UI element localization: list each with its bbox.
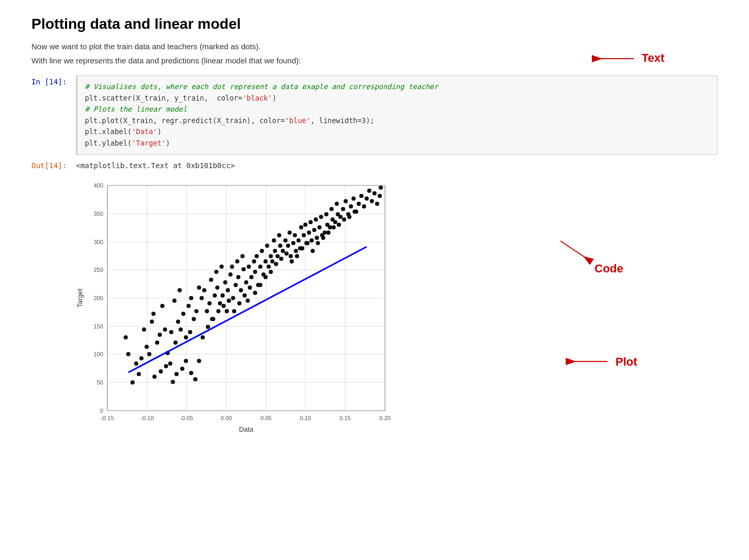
svg-point-92 — [278, 244, 282, 248]
svg-point-93 — [277, 233, 281, 237]
svg-point-29 — [150, 320, 154, 324]
svg-point-42 — [186, 304, 191, 308]
svg-point-56 — [215, 286, 219, 290]
svg-point-167 — [326, 230, 331, 235]
svg-point-172 — [353, 210, 357, 214]
svg-point-75 — [249, 275, 254, 279]
svg-point-157 — [274, 262, 278, 266]
svg-point-40 — [184, 335, 188, 339]
svg-point-112 — [315, 236, 319, 240]
svg-point-139 — [372, 191, 377, 195]
svg-point-54 — [213, 293, 217, 298]
svg-point-169 — [337, 223, 341, 227]
y-tick-350: 350 — [94, 211, 103, 217]
svg-point-99 — [291, 241, 295, 245]
svg-point-25 — [124, 335, 128, 339]
svg-point-141 — [378, 194, 382, 198]
svg-point-61 — [219, 265, 224, 269]
svg-point-88 — [270, 259, 274, 263]
svg-point-144 — [206, 325, 210, 329]
svg-point-69 — [239, 288, 243, 292]
svg-point-110 — [309, 220, 313, 224]
svg-point-22 — [139, 356, 144, 360]
plot-area: 0 50 100 150 200 250 300 350 400 -0.15 -… — [76, 175, 718, 437]
svg-point-67 — [230, 265, 234, 269]
svg-point-151 — [243, 293, 247, 298]
y-tick-50: 50 — [97, 379, 103, 386]
svg-point-108 — [307, 230, 311, 235]
svg-point-60 — [223, 280, 227, 284]
svg-point-134 — [359, 194, 364, 198]
svg-point-30 — [163, 327, 167, 332]
paragraph-2: With line we represents the data and pre… — [31, 56, 718, 65]
x-tick-3: 0.00 — [221, 415, 232, 421]
svg-point-26 — [142, 327, 146, 332]
svg-point-135 — [362, 204, 366, 208]
svg-point-46 — [194, 309, 199, 313]
text-block: Now we want to plot the train data and t… — [31, 42, 718, 65]
svg-point-102 — [296, 238, 301, 243]
svg-point-98 — [288, 230, 292, 235]
svg-point-59 — [221, 293, 225, 298]
svg-point-138 — [370, 199, 374, 203]
y-tick-300: 300 — [94, 239, 103, 245]
svg-point-109 — [310, 238, 314, 243]
svg-point-163 — [305, 241, 310, 245]
code-cell: In [14]: # Visualises dots, where each d… — [31, 75, 718, 155]
x-tick-2: -0.05 — [180, 415, 193, 421]
svg-point-168 — [332, 225, 336, 229]
svg-point-182 — [197, 359, 201, 363]
cell-out-label: Out[14]: — [31, 159, 71, 170]
x-tick-4: 0.05 — [260, 415, 271, 421]
svg-point-72 — [244, 280, 248, 284]
svg-point-114 — [317, 225, 322, 229]
svg-point-142 — [379, 185, 383, 190]
svg-point-34 — [173, 341, 178, 345]
y-axis-label: Target — [76, 288, 84, 308]
x-tick-0: -0.15 — [101, 415, 114, 421]
paragraph-1: Now we want to plot the train data and t… — [31, 42, 718, 51]
svg-point-130 — [349, 204, 353, 208]
svg-point-36 — [169, 330, 173, 334]
y-tick-200: 200 — [94, 295, 103, 301]
svg-point-74 — [247, 265, 251, 269]
y-tick-400: 400 — [94, 182, 103, 189]
svg-point-143 — [201, 335, 205, 339]
svg-point-51 — [207, 301, 212, 305]
y-tick-100: 100 — [94, 351, 103, 357]
svg-point-47 — [188, 330, 192, 334]
svg-point-39 — [181, 312, 185, 316]
x-tick-1: -0.10 — [140, 415, 153, 421]
x-axis-label: Data — [239, 425, 254, 433]
svg-point-166 — [321, 236, 325, 240]
svg-point-66 — [234, 283, 238, 287]
svg-point-19 — [137, 372, 141, 376]
svg-point-24 — [147, 352, 151, 356]
code-box[interactable]: # Visualises dots, where each dot repres… — [76, 75, 718, 155]
x-tick-7: 0.20 — [379, 415, 390, 421]
svg-point-160 — [290, 259, 294, 263]
svg-point-176 — [171, 380, 175, 384]
svg-point-101 — [293, 233, 297, 237]
svg-point-107 — [303, 223, 307, 227]
svg-point-58 — [214, 270, 218, 274]
svg-point-91 — [276, 254, 280, 258]
svg-point-90 — [272, 238, 276, 243]
svg-point-76 — [246, 299, 250, 303]
y-tick-150: 150 — [94, 323, 103, 330]
svg-point-137 — [367, 189, 371, 193]
svg-point-27 — [155, 341, 159, 345]
svg-point-119 — [324, 212, 328, 216]
svg-point-153 — [253, 291, 257, 295]
svg-point-84 — [260, 249, 264, 253]
svg-point-120 — [328, 225, 332, 229]
svg-point-96 — [286, 244, 290, 248]
svg-point-44 — [178, 288, 182, 292]
svg-point-117 — [323, 230, 327, 235]
svg-point-170 — [342, 217, 346, 222]
svg-point-116 — [319, 215, 323, 219]
svg-point-70 — [235, 259, 239, 263]
svg-point-100 — [294, 249, 298, 253]
page-title: Plotting data and linear model — [31, 16, 718, 32]
svg-point-38 — [179, 327, 183, 332]
